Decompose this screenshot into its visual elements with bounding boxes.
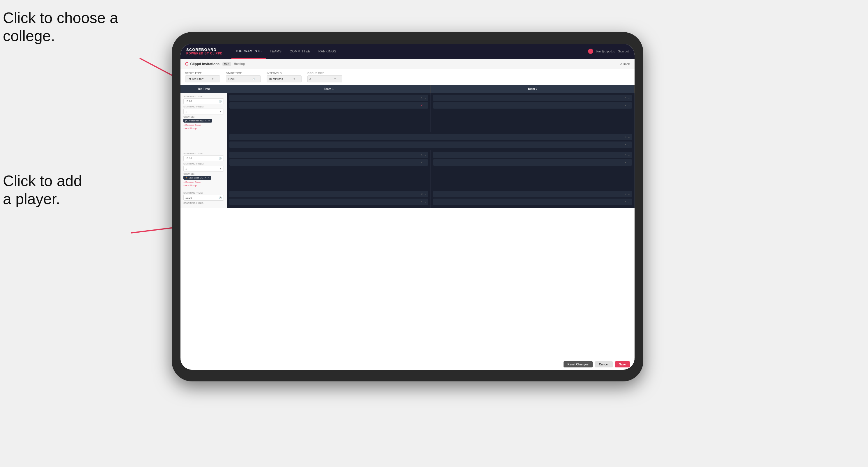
- remove-group-1[interactable]: ○ Remove Group: [183, 124, 224, 126]
- reset-button[interactable]: Reset Changes: [563, 361, 593, 367]
- close-icon[interactable]: ✕: [624, 143, 627, 146]
- start-time-label: Start Time: [226, 72, 261, 74]
- close-icon[interactable]: ✕: [421, 200, 423, 203]
- table-row: STARTING TIME: 10:20 🕐 STARTING HOLE: ✕ …: [181, 189, 634, 208]
- player-slot-g2-2-2[interactable]: ✕ ⌄: [433, 159, 632, 166]
- course-field-2: COURSE: 🏌 East Lake GC ✕ ✎: [183, 173, 224, 180]
- tablet-screen: SCOREBOARD Powered by clippd TOURNAMENTS…: [181, 44, 634, 370]
- col-team1: Team 1: [227, 85, 431, 93]
- chevron-icon[interactable]: ⌄: [424, 193, 427, 196]
- starting-hole-field-1: STARTING HOLE: 1 ▼: [183, 105, 224, 115]
- team1-cell-1: ✕ ⌄ ✕ ⌄: [227, 93, 431, 132]
- player-slot-g3-1-1[interactable]: ✕ ⌄: [229, 191, 428, 197]
- player-slot-1-1[interactable]: ✕ ⌄: [229, 95, 428, 101]
- user-avatar: [588, 49, 593, 54]
- user-area: blair@clippd.io Sign out: [588, 49, 629, 54]
- starting-hole-field-3: STARTING HOLE:: [183, 202, 224, 205]
- back-button[interactable]: < Back: [620, 62, 630, 66]
- start-type-value: 1st Tee Start: [187, 77, 204, 81]
- intervals-value: 10 Minutes: [269, 77, 283, 81]
- close-icon[interactable]: ✕: [421, 153, 423, 156]
- close-icon[interactable]: ✕: [624, 200, 627, 203]
- close-icon[interactable]: ✕: [421, 161, 423, 164]
- close-icon[interactable]: ✕: [624, 161, 627, 164]
- player-slot-1-2[interactable]: ✕ ⌄: [229, 102, 428, 108]
- chevron-icon[interactable]: ⌄: [628, 104, 630, 107]
- gender-badge: Men: [222, 62, 231, 66]
- player-slot-g2-1-1[interactable]: ✕ ⌄: [229, 152, 428, 158]
- edit-course-1[interactable]: ✎: [208, 119, 210, 122]
- chevron-icon[interactable]: ⌄: [424, 153, 427, 156]
- close-icon[interactable]: ✕: [624, 136, 627, 138]
- sub-header: C Clippd Invitational Men Hosting < Back: [181, 59, 634, 69]
- starting-time-input-3[interactable]: 10:20 🕐: [183, 195, 224, 200]
- intervals-select[interactable]: 10 Minutes ▼: [267, 75, 302, 83]
- close-icon[interactable]: ✕: [624, 104, 627, 107]
- team2-cell-1: ✕ ⌄ ✕ ⌄: [431, 93, 634, 132]
- add-group-1[interactable]: + Add Group: [183, 127, 224, 130]
- chevron-icon[interactable]: ⌄: [424, 104, 427, 107]
- close-icon[interactable]: ✕: [624, 153, 627, 156]
- remove-group-2[interactable]: ○ Remove Group: [183, 181, 224, 183]
- nav-tab-rankings[interactable]: RANKINGS: [314, 44, 340, 59]
- chevron-icon[interactable]: ⌄: [424, 200, 427, 203]
- player-slot-g2-2-1[interactable]: ✕ ⌄: [433, 152, 632, 158]
- course-tag-2[interactable]: 🏌 East Lake GC ✕ ✎: [183, 176, 211, 180]
- save-button[interactable]: Save: [615, 361, 630, 367]
- group-size-select[interactable]: 3 ▼: [307, 75, 342, 83]
- nav-tab-tournaments[interactable]: TOURNAMENTS: [231, 44, 266, 59]
- close-icon[interactable]: ✕: [421, 96, 423, 99]
- annotation-line2: college.: [3, 27, 55, 44]
- remove-course-2[interactable]: ✕: [204, 177, 206, 179]
- footer-bar: Reset Changes Cancel Save: [181, 359, 634, 370]
- col-team2: Team 2: [431, 85, 634, 93]
- player-slot-c2-1[interactable]: ✕ ⌄: [229, 134, 632, 140]
- group-size-label: Group Size: [307, 72, 342, 74]
- player-slot-g2-1-2[interactable]: ✕ ⌄: [229, 159, 428, 166]
- intervals-label: Intervals: [267, 72, 302, 74]
- player-slot-c2-2[interactable]: ✕ ⌄: [229, 142, 632, 148]
- chevron-icon[interactable]: ⌄: [628, 161, 630, 164]
- annotation-line1: Click to choose a: [3, 9, 118, 26]
- add-group-2[interactable]: + Add Group: [183, 184, 224, 187]
- clock-icon-2: 🕐: [219, 157, 222, 160]
- start-type-select[interactable]: 1st Tee Start ▼: [185, 75, 220, 83]
- starting-time-input-2[interactable]: 10:10 🕐: [183, 155, 224, 161]
- player-slot-2-2[interactable]: ✕ ⌄: [433, 102, 632, 108]
- player-slot-2-1[interactable]: ✕ ⌄: [433, 95, 632, 101]
- starting-hole-input-1[interactable]: 1 ▼: [183, 108, 224, 115]
- player-slot-g3-2-1[interactable]: ✕ ⌄: [433, 191, 632, 197]
- logo-sub: Powered by clippd: [186, 52, 223, 55]
- close-icon[interactable]: ✕: [624, 96, 627, 99]
- edit-course-2[interactable]: ✎: [208, 177, 210, 179]
- chevron-icon-2: ▼: [219, 167, 222, 170]
- hosting-label: Hosting: [234, 62, 245, 65]
- tournament-badge: C: [185, 61, 189, 67]
- table-row: ✕ ⌄ ✕ ⌄: [181, 132, 634, 150]
- chevron-icon[interactable]: ⌄: [628, 136, 630, 138]
- starting-time-input-1[interactable]: 10:00 🕐: [183, 98, 224, 104]
- remove-course-1[interactable]: ✕: [205, 119, 207, 122]
- player-slot-g3-2-2[interactable]: ✕ ⌄: [433, 198, 632, 205]
- starting-hole-input-2[interactable]: 1 ▼: [183, 166, 224, 172]
- cancel-button[interactable]: Cancel: [595, 361, 613, 367]
- close-icon[interactable]: ✕: [624, 193, 627, 196]
- nav-tab-committee[interactable]: COMMITTEE: [285, 44, 314, 59]
- close-icon[interactable]: ✕: [421, 193, 423, 196]
- chevron-icon[interactable]: ⌄: [628, 143, 630, 146]
- course-field-1: COURSE: (A) Peachtree GC ✕ ✎: [183, 116, 224, 123]
- player-slot-g3-1-2[interactable]: ✕ ⌄: [229, 198, 428, 205]
- chevron-icon[interactable]: ⌄: [628, 193, 630, 196]
- chevron-icon[interactable]: ⌄: [628, 200, 630, 203]
- course-tag-1[interactable]: (A) Peachtree GC ✕ ✎: [183, 119, 212, 123]
- sign-out-link[interactable]: Sign out: [618, 50, 629, 53]
- add-player-icon[interactable]: ✕: [421, 104, 423, 107]
- team1-cell-3: ✕ ⌄ ✕ ⌄: [227, 189, 431, 208]
- chevron-icon[interactable]: ⌄: [628, 153, 630, 156]
- nav-tabs: TOURNAMENTS TEAMS COMMITTEE RANKINGS: [231, 44, 588, 59]
- chevron-icon[interactable]: ⌄: [424, 161, 427, 164]
- chevron-icon[interactable]: ⌄: [424, 96, 427, 99]
- nav-tab-teams[interactable]: TEAMS: [266, 44, 285, 59]
- chevron-icon[interactable]: ⌄: [628, 96, 630, 99]
- start-time-select[interactable]: 10:00 🕐: [226, 75, 261, 83]
